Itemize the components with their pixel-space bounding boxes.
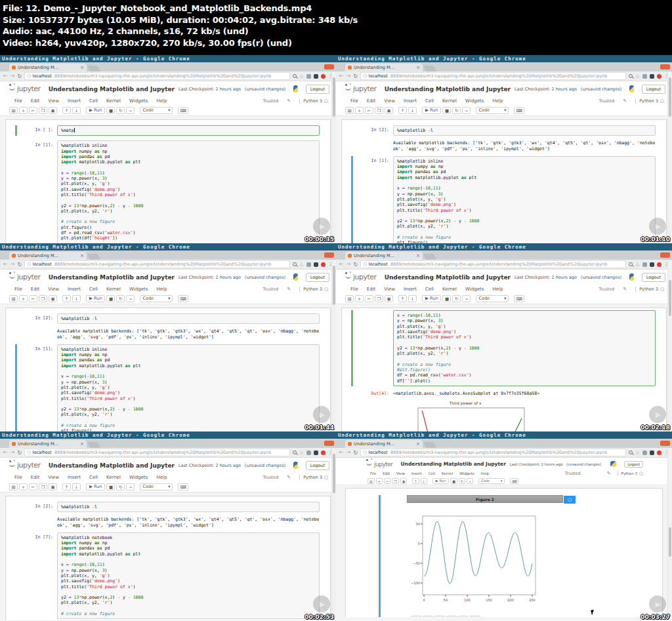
run-button[interactable]: ▶ Run xyxy=(422,295,441,302)
reload-icon[interactable]: ↻ xyxy=(17,73,22,79)
add-cell-button[interactable]: + xyxy=(19,483,28,491)
menu-widgets[interactable]: Widgets xyxy=(129,98,148,104)
code-input-area[interactable]: %matplotlib inline import numpy as np im… xyxy=(57,344,320,431)
paste-cell-button[interactable]: ▣ xyxy=(400,478,408,484)
address-bar[interactable]: ⓘ localhost :8889/notebooks/m3-navigatin… xyxy=(24,449,290,456)
logout-button[interactable]: Logout xyxy=(642,85,665,94)
restart-run-all-button[interactable]: » xyxy=(462,295,471,302)
menu-cell[interactable]: Cell xyxy=(425,98,434,104)
logout-button[interactable]: Logout xyxy=(306,85,329,94)
tab-close-icon[interactable]: × xyxy=(80,253,84,258)
move-down-button[interactable]: ↓ xyxy=(421,478,427,484)
menu-insert[interactable]: Insert xyxy=(404,98,417,104)
address-bar[interactable]: ⓘ localhost :8889/notebooks/m3-navigatin… xyxy=(24,260,290,268)
bookmark-star-icon[interactable]: ☆ xyxy=(299,262,304,268)
cell-type-dropdown[interactable]: Code ▾ xyxy=(140,107,173,114)
scrollbar[interactable] xyxy=(331,449,336,620)
add-cell-button[interactable]: + xyxy=(19,107,28,114)
scrollbar-thumb[interactable] xyxy=(333,77,335,117)
code-input-area[interactable]: %matplotlib -l xyxy=(57,313,320,324)
restart-kernel-button[interactable]: ↻ xyxy=(452,107,461,114)
extension-icon[interactable] xyxy=(642,262,647,267)
menu-widgets[interactable]: Widgets xyxy=(465,98,484,104)
scrollbar-thumb[interactable] xyxy=(333,454,335,493)
site-info-icon[interactable]: ⓘ xyxy=(363,262,368,268)
menu-file[interactable]: File xyxy=(350,98,358,104)
window-controls[interactable] xyxy=(324,252,334,258)
cell-type-dropdown[interactable]: Code ▾ xyxy=(140,483,173,491)
address-bar[interactable]: ⓘ localhost :8889/notebooks/m3-navigatin… xyxy=(360,260,626,268)
extension-icon[interactable] xyxy=(650,451,654,455)
extension-icon[interactable] xyxy=(314,451,318,455)
scrollbar-thumb[interactable] xyxy=(669,280,671,316)
stop-button[interactable]: ■ xyxy=(450,478,457,484)
tab-close-icon[interactable]: × xyxy=(416,441,420,447)
site-info-icon[interactable]: ⓘ xyxy=(363,450,368,456)
bookmark-star-icon[interactable]: ☆ xyxy=(635,262,640,268)
cell-type-dropdown[interactable]: Code ▾ xyxy=(478,478,505,484)
browser-tab[interactable]: Understanding M... × xyxy=(9,440,87,448)
window-controls[interactable] xyxy=(660,252,670,258)
back-icon[interactable]: ← xyxy=(339,450,344,455)
menu-widgets[interactable]: Widgets xyxy=(129,475,148,480)
menu-cell[interactable]: Cell xyxy=(425,287,434,292)
search-icon[interactable] xyxy=(629,74,633,78)
add-cell-button[interactable]: + xyxy=(376,478,383,484)
menu-insert[interactable]: Insert xyxy=(404,287,417,292)
save-button[interactable]: ▤ xyxy=(345,107,354,114)
cell-type-dropdown[interactable]: Code ▾ xyxy=(476,295,509,302)
cell-type-dropdown[interactable]: Code ▾ xyxy=(476,107,509,114)
stop-button[interactable]: ■ xyxy=(442,295,451,302)
code-input-area[interactable]: %matp xyxy=(57,125,320,136)
extension-icon[interactable] xyxy=(650,74,654,79)
menu-edit[interactable]: Edit xyxy=(31,287,40,292)
logout-button[interactable]: Logout xyxy=(306,461,329,470)
scrollbar[interactable] xyxy=(667,72,672,242)
move-down-button[interactable]: ↓ xyxy=(72,483,81,491)
search-icon[interactable] xyxy=(293,451,297,454)
adblock-extension-icon[interactable] xyxy=(657,451,662,455)
add-cell-button[interactable]: + xyxy=(355,107,364,114)
notebook-title[interactable]: Understanding Matplotlib and Jupyter xyxy=(49,274,175,281)
menu-kernel[interactable]: Kernel xyxy=(106,475,121,480)
address-bar[interactable]: ⓘ localhost :8889/notebooks/m3-navigatin… xyxy=(360,72,626,80)
menu-help[interactable]: Help xyxy=(156,475,167,480)
add-cell-button[interactable]: + xyxy=(355,295,364,302)
run-button[interactable]: ▶ Run xyxy=(422,107,441,114)
menu-insert[interactable]: Insert xyxy=(68,475,81,480)
bookmark-star-icon[interactable]: ☆ xyxy=(635,73,640,79)
new-tab-button[interactable] xyxy=(87,254,100,260)
window-controls[interactable] xyxy=(660,441,670,446)
paste-cell-button[interactable]: ▣ xyxy=(49,483,57,491)
code-input-area[interactable]: x = range(-10,11) y = np.power(x, 3) plt… xyxy=(393,310,656,386)
forward-icon[interactable]: → xyxy=(10,450,15,455)
command-palette-button[interactable]: ⌨ xyxy=(178,107,188,114)
window-controls[interactable] xyxy=(324,64,334,70)
scrollbar[interactable] xyxy=(331,260,336,430)
code-input-area[interactable]: %matplotlib -l xyxy=(57,502,320,512)
cut-cell-button[interactable]: ✂ xyxy=(365,295,373,302)
move-down-button[interactable]: ↓ xyxy=(72,107,81,114)
command-palette-button[interactable]: ⌨ xyxy=(510,478,518,484)
browser-tab[interactable]: Understanding M... × xyxy=(345,64,423,71)
move-up-button[interactable]: ↑ xyxy=(62,295,71,302)
menu-view[interactable]: View xyxy=(48,287,59,292)
paste-cell-button[interactable]: ▣ xyxy=(49,107,57,114)
logout-button[interactable]: Logout xyxy=(624,461,643,468)
menu-file[interactable]: File xyxy=(14,98,22,104)
stop-button[interactable]: ■ xyxy=(106,295,115,302)
menu-help[interactable]: Help xyxy=(156,287,167,292)
code-input-area[interactable]: %matplotlib inline import numpy as np im… xyxy=(393,156,656,243)
menu-file[interactable]: File xyxy=(14,287,22,292)
download-plot-link[interactable]: Download plot xyxy=(537,617,563,618)
forward-icon[interactable]: → xyxy=(346,262,351,267)
new-tab-button[interactable] xyxy=(87,442,100,448)
restart-run-all-button[interactable]: » xyxy=(126,483,135,491)
notebook-title[interactable]: Understanding Matplotlib and Jupyter xyxy=(401,461,506,467)
menu-help[interactable]: Help xyxy=(492,287,503,292)
menu-help[interactable]: Help xyxy=(156,98,167,104)
restart-kernel-button[interactable]: ↻ xyxy=(116,295,125,302)
run-button[interactable]: ▶ Run xyxy=(86,295,105,302)
forward-icon[interactable]: → xyxy=(346,73,351,79)
cell-type-dropdown[interactable]: Code ▾ xyxy=(140,295,173,302)
